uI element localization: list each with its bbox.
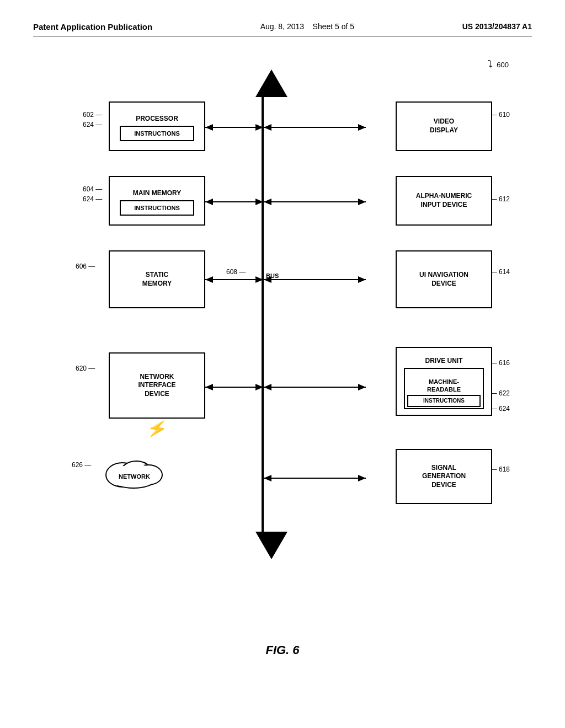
patent-number: US 2013/204837 A1 [462,22,532,31]
video-display-label: VIDEO DISPLAY [430,117,458,135]
arrow-drive-right [264,383,366,394]
arrow-main-left [205,197,263,208]
static-memory-box: STATIC MEMORY [109,250,205,308]
lightning-icon: ⚡ [146,417,169,440]
ref-604: 604 — [83,185,102,193]
signal-generation-box: SIGNAL GENERATION DEVICE [396,449,492,504]
svg-marker-12 [255,124,263,131]
publication-label: Patent Application Publication [33,22,152,31]
ref-606: 606 — [76,263,95,270]
svg-marker-17 [205,199,213,205]
diagram: ⤵ 600 602 — 624 — PROCESSOR I [45,53,520,632]
svg-marker-14 [264,124,271,131]
main-memory-box: MAIN MEMORY INSTRUCTIONS [109,176,205,226]
drive-instructions-box: INSTRUCTIONS [407,395,481,407]
ref-622: — 622 [491,389,510,397]
page: Patent Application Publication Aug. 8, 2… [0,0,565,728]
arrow-proc-left [205,123,263,134]
ref-620: 620 — [76,365,95,372]
svg-marker-23 [205,276,213,283]
processor-label: PROCESSOR [136,111,178,124]
video-display-box: VIDEO DISPLAY [396,101,492,151]
machine-readable-box: MACHINE-READABLEMEDIUM INSTRUCTIONS [404,368,484,409]
ref-616: — 616 [491,359,510,367]
ref-610: — 610 [491,111,510,119]
bus-line [262,96,264,532]
svg-marker-18 [255,199,263,205]
drive-unit-box: DRIVE UNIT MACHINE-READABLEMEDIUM INSTRU… [396,347,492,416]
svg-marker-11 [205,124,213,131]
svg-marker-0 [255,69,287,97]
alpha-numeric-label: ALPHA-NUMERIC INPUT DEVICE [416,192,472,209]
sheet-label: Sheet 5 of 5 [313,22,355,31]
ref-624-drive: — 624 [491,405,510,413]
up-arrow-svg [255,69,287,97]
svg-marker-29 [205,384,213,390]
svg-marker-27 [358,276,366,283]
arrow-alpha-right [264,197,366,208]
svg-marker-26 [264,276,271,283]
ref-624-processor: 624 — [83,121,102,129]
processor-instructions-box: INSTRUCTIONS [120,126,194,141]
date-label: Aug. 8, 2013 [260,22,304,31]
arrow-up-icon [255,69,287,99]
main-memory-instructions-box: INSTRUCTIONS [120,200,194,216]
ref-624-main: 624 — [83,195,102,203]
static-memory-label: STATIC MEMORY [142,271,172,288]
down-arrow-svg [255,532,287,559]
network-interface-label: NETWORK INTERFACE DEVICE [138,373,175,399]
fig-ref-600: ⤵ 600 [488,58,509,70]
svg-marker-30 [255,384,263,390]
svg-marker-1 [255,532,287,559]
ref-602: 602 — [83,111,102,119]
processor-box: PROCESSOR INSTRUCTIONS [109,101,205,151]
svg-marker-32 [264,384,271,390]
ui-navigation-box: UI NAVIGATION DEVICE [396,250,492,308]
svg-marker-15 [358,124,366,131]
arrow-signal-right [264,474,366,485]
network-cloud: NETWORK [98,445,169,489]
signal-generation-label: SIGNAL GENERATION DEVICE [422,464,466,490]
ref-614: — 614 [491,268,510,276]
svg-marker-20 [264,199,271,205]
arrow-video-right [264,123,366,134]
arrow-down-icon [255,532,287,561]
drive-unit-label: DRIVE UNIT [425,357,462,366]
header: Patent Application Publication Aug. 8, 2… [33,22,532,36]
ref-626: 626 — [72,461,91,469]
svg-marker-36 [358,475,366,481]
ref-618: — 618 [491,465,510,473]
header-right: US 2013/204837 A1 [462,22,532,31]
ui-navigation-label: UI NAVIGATION DEVICE [419,271,468,288]
main-memory-label: MAIN MEMORY [133,186,182,198]
network-interface-box: NETWORK INTERFACE DEVICE [109,352,205,419]
alpha-numeric-box: ALPHA-NUMERIC INPUT DEVICE [396,176,492,226]
svg-marker-33 [358,384,366,390]
ref-608: 608 — [226,268,246,276]
svg-marker-24 [255,276,263,283]
arrow-ui-right [264,275,366,286]
header-center: Aug. 8, 2013 Sheet 5 of 5 [260,22,354,31]
ref-612: — 612 [491,195,510,203]
svg-text:NETWORK: NETWORK [119,473,150,480]
arrow-static-left [205,275,263,286]
arrow-network-left [205,383,263,394]
header-left: Patent Application Publication [33,22,152,31]
svg-marker-35 [264,475,271,481]
svg-marker-21 [358,199,366,205]
figure-label: FIG. 6 [33,643,532,657]
